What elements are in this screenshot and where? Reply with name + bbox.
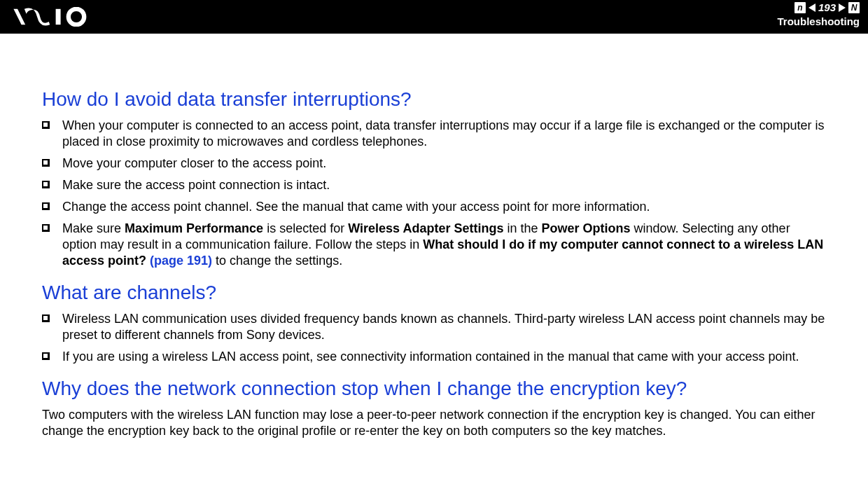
- list-item-text: Wireless LAN communication uses divided …: [62, 311, 826, 343]
- svg-point-1: [69, 9, 84, 25]
- text-run: Two computers with the wireless LAN func…: [42, 408, 816, 438]
- list-item-text: If you are using a wireless LAN access p…: [62, 349, 799, 365]
- arrow-right-icon[interactable]: [839, 4, 846, 12]
- page-link[interactable]: (page 191): [150, 254, 212, 268]
- list-item: When your computer is connected to an ac…: [42, 118, 826, 150]
- square-bullet-icon: [42, 314, 50, 322]
- list-item-text: Make sure the access point connection is…: [62, 177, 330, 193]
- text-run: Change the access point channel. See the…: [62, 200, 650, 214]
- list-item-text: Move your computer closer to the access …: [62, 155, 326, 172]
- nav-letter-left[interactable]: n: [794, 2, 806, 13]
- header-bar: n 193 N Troubleshooting: [0, 0, 868, 34]
- content: How do I avoid data transfer interruptio…: [0, 34, 868, 457]
- svg-rect-0: [56, 9, 61, 25]
- list-item: Change the access point channel. See the…: [42, 199, 826, 215]
- page-number: 193: [818, 1, 836, 14]
- text-run: Move your computer closer to the access …: [62, 156, 326, 170]
- square-bullet-icon: [42, 202, 50, 210]
- list-item: Make sure the access point connection is…: [42, 177, 826, 193]
- list-item: Make sure Maximum Performance is selecte…: [42, 221, 826, 269]
- square-bullet-icon: [42, 181, 50, 188]
- square-bullet-icon: [42, 224, 50, 232]
- square-bullet-icon: [42, 352, 50, 360]
- list-item: If you are using a wireless LAN access p…: [42, 349, 826, 365]
- vaio-logo: [13, 7, 115, 27]
- text-run: is selected for: [263, 221, 348, 235]
- question-heading: What are channels?: [42, 282, 826, 304]
- text-run: to change the settings.: [212, 254, 342, 268]
- bullet-list: When your computer is connected to an ac…: [42, 118, 826, 269]
- text-run: Wireless LAN communication uses divided …: [62, 312, 825, 342]
- page-nav: n 193 N Troubleshooting: [778, 1, 860, 28]
- question-heading: How do I avoid data transfer interruptio…: [42, 88, 826, 111]
- square-bullet-icon: [42, 159, 50, 167]
- list-item-text: When your computer is connected to an ac…: [62, 118, 826, 150]
- bullet-list: Wireless LAN communication uses divided …: [42, 311, 826, 365]
- section-label: Troubleshooting: [778, 15, 860, 28]
- text-run: Make sure: [62, 221, 125, 235]
- text-run: in the: [503, 221, 541, 235]
- text-run: Maximum Performance: [125, 221, 263, 235]
- nav-letter-right[interactable]: N: [848, 2, 860, 13]
- text-run: If you are using a wireless LAN access p…: [62, 350, 799, 364]
- paragraph: Two computers with the wireless LAN func…: [42, 407, 826, 439]
- text-run: Wireless Adapter Settings: [348, 221, 503, 235]
- list-item-text: Make sure Maximum Performance is selecte…: [62, 221, 826, 269]
- arrow-left-icon[interactable]: [808, 4, 816, 12]
- text-run: When your computer is connected to an ac…: [62, 118, 825, 148]
- square-bullet-icon: [42, 121, 50, 129]
- question-heading: Why does the network connection stop whe…: [42, 378, 826, 400]
- text-run: Power Options: [541, 221, 630, 235]
- list-item: Wireless LAN communication uses divided …: [42, 311, 826, 343]
- list-item: Move your computer closer to the access …: [42, 155, 826, 172]
- list-item-text: Change the access point channel. See the…: [62, 199, 650, 215]
- text-run: Make sure the access point connection is…: [62, 178, 330, 192]
